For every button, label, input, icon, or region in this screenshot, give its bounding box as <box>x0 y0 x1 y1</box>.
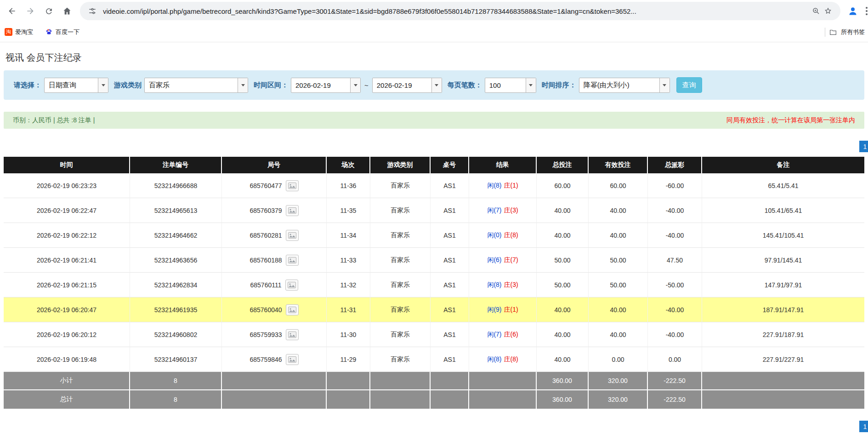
cell-note: 105.41/65.41 <box>702 198 864 223</box>
page-1-button[interactable]: 1 <box>859 141 868 152</box>
cell-total-bet[interactable]: 40.00 <box>537 347 589 372</box>
browser-toolbar: videoie.com/ipl/portal.php/game/betrecor… <box>0 0 868 22</box>
cell-session: 11-33 <box>327 248 370 273</box>
page-size-label: 每页笔数： <box>448 81 482 90</box>
result-banker: 庄(3) <box>504 281 518 288</box>
chevron-down-icon[interactable] <box>431 78 442 92</box>
date-range-tilde: ~ <box>364 81 369 89</box>
back-icon[interactable] <box>4 3 20 19</box>
url-text[interactable]: videoie.com/ipl/portal.php/game/betrecor… <box>103 7 806 15</box>
cell-total-bet[interactable]: 40.00 <box>537 223 589 248</box>
game-result-icon[interactable] <box>286 180 299 191</box>
cell-time: 2026-02-19 06:21:41 <box>4 248 130 273</box>
bookmark-baidu[interactable]: 百度一下 <box>45 28 79 36</box>
cell-game-type: 百家乐 <box>370 273 431 297</box>
cell-round: 685760040 <box>222 297 327 322</box>
cell-payout: -40.00 <box>648 322 702 347</box>
result-player: 闲(7) <box>487 206 501 214</box>
table-footer: 小计 8 360.00 320.00 -222.50 总计 8 360.00 3… <box>4 372 864 409</box>
col-result: 结果 <box>469 157 537 173</box>
cell-total-bet[interactable]: 50.00 <box>537 273 589 297</box>
game-result-icon[interactable] <box>286 230 299 241</box>
query-type-dropdown[interactable]: 日期查询 <box>44 78 108 93</box>
home-icon[interactable] <box>59 3 75 19</box>
chevron-down-icon[interactable] <box>350 78 360 92</box>
bookmarks-divider <box>825 28 825 37</box>
game-result-icon[interactable] <box>286 354 299 365</box>
pagination-bottom: 1 <box>4 421 864 432</box>
game-result-icon[interactable] <box>286 205 299 216</box>
all-bookmarks[interactable]: 所有书签 <box>825 22 865 42</box>
page-1-button[interactable]: 1 <box>859 421 868 432</box>
round-number: 685760188 <box>250 257 282 264</box>
game-type-dropdown[interactable]: 百家乐 <box>144 78 248 93</box>
game-result-icon[interactable] <box>286 329 299 340</box>
cell-bet-id: 523214965613 <box>130 198 222 223</box>
cell-valid-bet: 40.00 <box>589 297 648 322</box>
query-button[interactable]: 查询 <box>676 77 702 93</box>
cell-total-bet[interactable]: 40.00 <box>537 297 589 322</box>
cell-time: 2026-02-19 06:22:12 <box>4 223 130 248</box>
forward-icon[interactable] <box>22 3 39 19</box>
col-bet-id: 注单编号 <box>130 157 222 173</box>
col-payout: 总派彩 <box>648 157 702 173</box>
cell-valid-bet: 60.00 <box>589 173 648 198</box>
date-from-dropdown[interactable]: 2026-02-19 <box>291 78 361 93</box>
cell-bet-id: 523214960802 <box>130 322 222 347</box>
cell-note: 147.91/97.91 <box>702 273 864 297</box>
pagination-top: 1 <box>4 141 864 152</box>
chevron-down-icon[interactable] <box>98 78 108 92</box>
result-banker: 庄(1) <box>504 306 518 313</box>
refresh-icon[interactable] <box>40 3 57 19</box>
cell-session: 11-30 <box>327 322 370 347</box>
all-bookmarks-label: 所有书签 <box>841 28 865 36</box>
game-result-icon[interactable] <box>285 280 298 291</box>
address-bar[interactable]: videoie.com/ipl/portal.php/game/betrecor… <box>80 2 840 20</box>
page-size-dropdown[interactable]: 100 <box>485 78 536 93</box>
cell-game-type: 百家乐 <box>370 223 431 248</box>
chevron-down-icon[interactable] <box>659 78 669 92</box>
cell-table-no: AS1 <box>431 322 469 347</box>
chevron-down-icon[interactable] <box>238 78 248 92</box>
cell-table-no: AS1 <box>431 223 469 248</box>
col-valid-bet: 有效投注 <box>589 157 648 173</box>
round-number: 685759846 <box>250 356 282 363</box>
result-banker: 庄(7) <box>504 256 518 263</box>
profile-avatar-icon[interactable] <box>845 3 861 19</box>
site-settings-icon[interactable] <box>86 5 98 17</box>
zoom-icon[interactable] <box>810 5 822 17</box>
subtotal-count: 8 <box>130 372 222 390</box>
result-player: 闲(8) <box>487 182 501 189</box>
cell-bet-id: 523214963656 <box>130 248 222 273</box>
cell-result: 闲(8)庄(8) <box>469 347 537 372</box>
bookmark-taobao-label: 爱淘宝 <box>15 28 33 36</box>
table-row: 2026-02-19 06:21:41 523214963656 6857601… <box>4 248 864 273</box>
cell-note: 227.91/187.91 <box>702 322 864 347</box>
sort-dropdown[interactable]: 降幂(由大到小) <box>579 78 670 93</box>
cell-total-bet[interactable]: 60.00 <box>537 173 589 198</box>
cell-total-bet[interactable]: 40.00 <box>537 198 589 223</box>
bookmark-star-icon[interactable] <box>822 5 834 17</box>
game-result-icon[interactable] <box>286 255 299 266</box>
bookmark-taobao[interactable]: 淘 爱淘宝 <box>5 28 33 36</box>
date-to-dropdown[interactable]: 2026-02-19 <box>372 78 442 93</box>
cell-total-bet[interactable]: 40.00 <box>537 322 589 347</box>
date-from-value: 2026-02-19 <box>291 78 350 92</box>
result-player: 闲(6) <box>487 256 501 263</box>
cell-result: 闲(8)庄(1) <box>469 173 537 198</box>
folder-icon <box>829 28 837 36</box>
browser-menu-icon[interactable] <box>863 3 868 19</box>
chevron-down-icon[interactable] <box>526 78 536 92</box>
cell-result: 闲(8)庄(3) <box>469 273 537 297</box>
subtotal-total-bet: 360.00 <box>537 372 589 390</box>
cell-payout: -50.00 <box>648 273 702 297</box>
cell-time: 2026-02-19 06:20:47 <box>4 297 130 322</box>
game-result-icon[interactable] <box>286 304 299 315</box>
cell-round: 685760111 <box>222 273 327 297</box>
table-row: 2026-02-19 06:21:15 523214962834 6857601… <box>4 273 864 297</box>
cell-total-bet[interactable]: 50.00 <box>537 248 589 273</box>
table-row: 2026-02-19 06:22:12 523214964662 6857602… <box>4 223 864 248</box>
subtotal-label: 小计 <box>4 372 130 390</box>
bookmarks-bar: 淘 爱淘宝 百度一下 所有书签 <box>0 22 868 42</box>
cell-valid-bet: 50.00 <box>589 273 648 297</box>
